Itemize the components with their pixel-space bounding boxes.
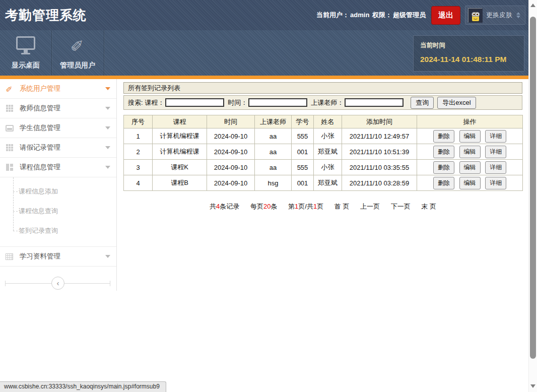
chevron-down-icon [105,107,110,110]
sidebar-collapse-widget [0,277,116,290]
col-header-added-time: 添加时间 [342,115,417,128]
scroll-up-arrow-icon[interactable] [530,4,535,7]
sidebar-subitem-course-query[interactable]: 课程信息查询 [0,201,116,221]
col-header-no: 序号 [124,115,153,128]
edit-button[interactable]: 编辑 [459,146,481,158]
current-user-value: admin [350,11,369,19]
current-user-info: 当前用户：admin 权限：超级管理员 [316,11,427,20]
cell-teacher: aa [255,144,292,160]
details-button[interactable]: 详细 [485,130,506,143]
cell-time: 2024-09-10 [207,144,255,160]
cell-teacher: aa [255,160,292,175]
edit-button[interactable]: 编辑 [459,161,481,174]
cell-added-time: 2021/11/10 10:51:39 [342,144,417,160]
sidebar-submenu-course-info: 课程信息添加 课程信息查询 签到记录查询 [0,177,116,247]
toolbar-item-label: 管理员用户 [60,61,95,70]
search-prefix-label: 搜索: [128,98,143,107]
toolbar-item-admin-user[interactable]: 管理员用户 [52,30,103,76]
next-page-link[interactable]: 下一页 [391,203,411,210]
current-user-label: 当前用户： [316,11,349,19]
col-header-teacher: 上课老师 [255,115,292,128]
cell-name: 郑亚斌 [314,175,342,191]
cell-actions: 删除 编辑 详细 [417,160,523,175]
table-row: 4 课程B 2024-09-10 hsg 001 郑亚斌 2021/11/10 … [124,175,523,191]
grid-icon [6,105,13,112]
sidebar-item-label: 系统用户管理 [20,84,60,93]
logout-button[interactable]: 退出 [431,6,460,25]
last-page-link[interactable]: 末 页 [421,203,436,210]
sidebar-item-leave-record-mgmt[interactable]: 请假记录管理 [0,138,116,158]
cell-teacher: aa [255,128,292,144]
sidebar-item-study-material-mgmt[interactable]: 学习资料管理 [0,247,116,267]
export-excel-button[interactable]: 导出excel [437,97,476,109]
scroll-down-arrow-icon[interactable] [530,384,535,388]
chevron-down-icon [105,146,110,149]
sidebar-subitem-course-add[interactable]: 课程信息添加 [0,181,116,201]
course-search-input[interactable] [165,98,224,107]
delete-button[interactable]: 删除 [433,177,454,189]
sidebar-item-label: 请假记录管理 [20,143,60,152]
query-button[interactable]: 查询 [411,97,434,109]
details-button[interactable]: 详细 [485,161,506,174]
skin-switcher-label: 更换皮肤 [486,11,512,20]
cell-student-id: 555 [292,160,314,175]
role-label: 权限： [372,11,392,19]
sidebar-item-course-info-mgmt[interactable]: 课程信息管理 [0,158,116,177]
col-header-student-id: 学号 [292,115,314,128]
course-field-label: 课程： [145,98,164,107]
cell-actions: 删除 编辑 详细 [417,175,523,191]
sidebar-item-teacher-info-mgmt[interactable]: 教师信息管理 [0,99,116,118]
cell-name: 小张 [314,128,342,144]
scrollbar-thumb[interactable] [530,17,536,359]
chevron-down-icon [105,87,110,90]
sidebar-item-label: 学习资料管理 [20,252,60,261]
toolbar: 显示桌面 管理员用户 当前时间 2024-11-14 01:48:11 PM [0,30,528,76]
toolbar-item-label: 显示桌面 [12,61,40,70]
details-button[interactable]: 详细 [485,177,506,189]
pagination: 共4条记录 每页20条 第1页/共1页 首 页 上一页 下一页 末 页 [123,202,522,211]
sidebar-subitem-signin-record-query[interactable]: 签到记录查询 [0,221,116,240]
grid-icon [6,144,13,151]
cell-actions: 删除 编辑 详细 [417,144,523,160]
edit-button[interactable]: 编辑 [459,130,481,143]
cell-student-id: 001 [292,144,314,160]
app-header: 考勤管理系统 当前用户：admin 权限：超级管理员 退出 [0,0,528,30]
sidebar-item-label: 课程信息管理 [20,163,60,172]
cell-teacher: hsg [255,175,292,191]
main-area: 系统用户管理 教师信息管理 学生信息管理 请假记录管理 课程信息管理 [0,79,528,392]
page-indicator: 第1页/共1页 [288,203,323,210]
cell-course: 计算机编程课 [153,144,207,160]
photo-icon [6,125,14,132]
page-size: 每页20条 [250,203,277,210]
accent-divider-bar [0,76,528,79]
cell-added-time: 2021/11/10 03:35:55 [342,160,417,175]
col-header-course: 课程 [153,115,207,128]
cell-course: 课程B [153,175,207,191]
chevron-left-icon[interactable] [51,277,64,290]
vertical-scrollbar[interactable] [528,0,537,392]
current-time-value: 2024-11-14 01:48:11 PM [420,55,517,64]
delete-button[interactable]: 删除 [433,146,454,158]
table-header-row: 序号 课程 时间 上课老师 学号 姓名 添加时间 操作 [124,115,523,128]
delete-button[interactable]: 删除 [433,130,454,143]
first-page-link[interactable]: 首 页 [334,203,350,210]
cell-course: 计算机编程课 [153,128,207,144]
teacher-search-input[interactable] [345,98,404,107]
pencil-icon [71,36,85,54]
prev-page-link[interactable]: 上一页 [360,203,380,210]
time-search-input[interactable] [248,98,307,107]
desktop-monitor-icon [16,36,35,50]
sidebar-item-system-user-mgmt[interactable]: 系统用户管理 [0,79,116,99]
cell-time: 2024-09-10 [207,128,255,144]
toolbar-item-show-desktop[interactable]: 显示桌面 [0,30,51,76]
edit-button[interactable]: 编辑 [459,177,481,189]
sidebar-item-label: 教师信息管理 [20,104,60,113]
details-button[interactable]: 详细 [485,146,506,158]
sidebar-item-student-info-mgmt[interactable]: 学生信息管理 [0,118,116,138]
delete-button[interactable]: 删除 [433,161,454,174]
toolbar-separator [104,30,104,76]
panel-title: 所有签到记录列表 [123,82,522,94]
skin-switcher[interactable]: 更换皮肤 [465,6,525,25]
minion-avatar-icon [468,8,482,22]
cell-no: 2 [124,144,153,160]
